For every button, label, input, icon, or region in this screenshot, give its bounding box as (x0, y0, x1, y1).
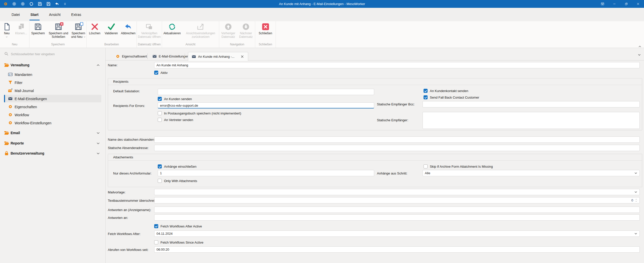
sidebar-section-reporte[interactable]: Reporte (11, 141, 24, 145)
anhaenge-einschliessen-checkbox[interactable] (158, 164, 162, 168)
sidebar-item-mail-journal[interactable]: Mail-Journal (15, 89, 34, 93)
ribbon-group-speichern: Speichern Speichern und Schließen Speich… (29, 21, 87, 48)
page-badge-icon (80, 22, 83, 26)
an-kundenkontakt-senden-checkbox[interactable] (424, 89, 428, 93)
menu-tab-extras[interactable]: Extras (66, 8, 87, 21)
sidebar-item-mandanten[interactable]: Mandanten (15, 73, 32, 77)
an-kunden-senden-row: An Kunden senden (158, 97, 192, 101)
sidebar-section-benutzerverwaltung[interactable]: Benutzerverwaltung (11, 151, 44, 155)
antworten-an-anzeigename-input[interactable] (154, 207, 640, 213)
fetch-workflows-after-datepicker[interactable]: 04.11.2024 (154, 230, 640, 237)
fetch-workflows-after-active-row: Fetch Workflows After Active (154, 224, 202, 228)
next-record-icon (242, 23, 250, 31)
menu-tab-datei[interactable]: Datei (6, 8, 25, 21)
verknuepften-datensatz-oeffnen-button: Verknüpften Datensatz öffnen (137, 21, 162, 39)
statische-absenderadresse-input[interactable] (154, 145, 640, 151)
refresh-icon[interactable] (29, 2, 34, 6)
an-kunden-senden-checkbox[interactable] (158, 97, 162, 101)
antworten-an-input[interactable] (154, 214, 640, 221)
close-tab-icon[interactable] (240, 54, 244, 59)
app-gear-icon[interactable] (4, 2, 8, 6)
loeschen-button[interactable]: Löschen (87, 21, 103, 35)
fetch-workflows-since-active-checkbox[interactable] (154, 240, 158, 244)
tab-an-kunde-mit-anhang[interactable]: An Kunde mit Anhang -... (188, 52, 248, 61)
sidebar-item-email-einstellungen[interactable]: E-Mail-Einstellungen (15, 97, 47, 101)
textbausteinnummer-spinedit[interactable]: 0 (154, 197, 640, 203)
menu-tab-ansicht[interactable]: Ansicht (44, 8, 66, 21)
abrufen-von-workflows-seit-input[interactable] (154, 246, 640, 253)
contact-card-icon (8, 72, 13, 77)
tab-email-einstellungen[interactable]: E-Mail-Einstellungen (149, 52, 192, 61)
content-area: Eigenschaftswert E-Mail-Einstellungen An… (106, 48, 644, 263)
statische-empfaenger-textarea[interactable] (423, 112, 640, 129)
aktiv-checkbox[interactable] (154, 71, 158, 75)
speichern-und-neu-button[interactable]: Speichern und Neu (70, 21, 86, 39)
chevron-down-icon[interactable] (96, 152, 100, 155)
restore-button[interactable] (620, 0, 632, 8)
tab-eigenschaftswert[interactable]: Eigenschaftswert (112, 52, 150, 61)
ribbon-group-datensatz-oeffnen: Verknüpften Datensatz öffnen Datensatz ö… (137, 21, 162, 48)
only-with-attachments-checkbox[interactable] (158, 179, 162, 183)
nur-dieses-archivformular-input[interactable] (158, 170, 374, 176)
sidebar-item-eigenschaften[interactable]: Eigenschaften (15, 105, 37, 109)
spin-up-icon[interactable] (635, 198, 637, 200)
sidebar-section-verwaltung[interactable]: Verwaltung (11, 63, 29, 67)
ribbon-group-label: Ansicht (162, 42, 219, 48)
send-fall-back-row: Send Fall Back Contact Customer (424, 95, 479, 99)
anhaenge-aus-schritt-select[interactable]: Alle (423, 170, 640, 176)
validieren-button[interactable]: Validieren (103, 21, 120, 35)
chevron-down-icon[interactable] (96, 141, 100, 145)
ribbon-group-neu: Neu Klonen... Neu (0, 21, 29, 48)
undo-icon[interactable] (55, 2, 59, 6)
an-vertreter-senden-checkbox[interactable] (158, 118, 162, 122)
fetch-workflows-after-active-checkbox[interactable] (154, 224, 158, 228)
recipients-for-errors-label: Recipients For Errors: (113, 104, 145, 108)
gear-icon (8, 104, 13, 109)
spin-down-icon[interactable] (635, 200, 637, 202)
sidebar-section-email[interactable]: Email (11, 131, 20, 135)
default-salutation-input[interactable] (158, 89, 374, 95)
gear-icon (8, 121, 13, 125)
speichern-button[interactable]: Speichern (29, 21, 47, 39)
aktualisieren-button[interactable]: Aktualisieren (162, 21, 182, 39)
name-input[interactable] (154, 62, 640, 68)
sidebar-item-filter[interactable]: Filter (15, 81, 22, 85)
chevron-down-icon[interactable] (96, 131, 100, 135)
sidebar-item-workflow-einstellungen[interactable]: Workflow-Einstellungen (15, 121, 51, 125)
recipients-for-errors-input[interactable] (158, 102, 374, 109)
abbrechen-button[interactable]: Abbrechen (120, 21, 137, 35)
save-icon[interactable] (38, 2, 42, 6)
sidebar-item-workflow[interactable]: Workflow (15, 113, 29, 117)
save-close-icon[interactable] (46, 2, 51, 6)
mailvorlage-select[interactable] (154, 189, 640, 195)
folder-icon (4, 130, 9, 135)
anhaenge-aus-schritt-label: Anhänge aus Schritt: (377, 171, 407, 175)
close-button[interactable] (632, 0, 644, 8)
statische-empfaenger-bcc-input[interactable] (423, 101, 640, 107)
aktiv-checkbox-row: Aktiv (154, 71, 168, 75)
in-postausgangsbuch-checkbox[interactable] (158, 111, 162, 115)
quick-access-toolbar (0, 2, 67, 6)
send-fall-back-checkbox[interactable] (424, 95, 428, 99)
minimize-button[interactable] (608, 0, 620, 8)
skip-if-missing-checkbox[interactable] (424, 164, 428, 168)
tab-overflow-chevron-icon[interactable] (638, 53, 641, 56)
menu-tab-start[interactable]: Start (25, 8, 44, 21)
ribbon-group-schliessen: Schließen Schließen (255, 21, 276, 48)
chevron-up-icon[interactable] (96, 63, 100, 67)
reset-view-icon (197, 23, 204, 31)
new-document-icon (3, 23, 11, 31)
gear-icon (116, 54, 120, 59)
attachments-groupbox: Attachements Anhänge einschließen Nur di… (108, 154, 642, 187)
schliessen-button[interactable]: Schließen (256, 21, 275, 35)
customize-toolbar-icon[interactable] (63, 3, 67, 6)
spinner-buttons[interactable] (635, 198, 637, 202)
default-salutation-label: Default Salutation: (113, 89, 140, 93)
statischer-absender-name-input[interactable] (154, 136, 640, 143)
sidebar-search-input[interactable] (10, 51, 94, 57)
neu-button[interactable]: Neu (0, 21, 13, 39)
ribbon-display-options-button[interactable] (597, 0, 608, 8)
refresh-icon (168, 23, 176, 31)
speichern-und-schliessen-button[interactable]: Speichern und Schließen (47, 21, 70, 39)
chevron-down-icon (83, 36, 86, 38)
